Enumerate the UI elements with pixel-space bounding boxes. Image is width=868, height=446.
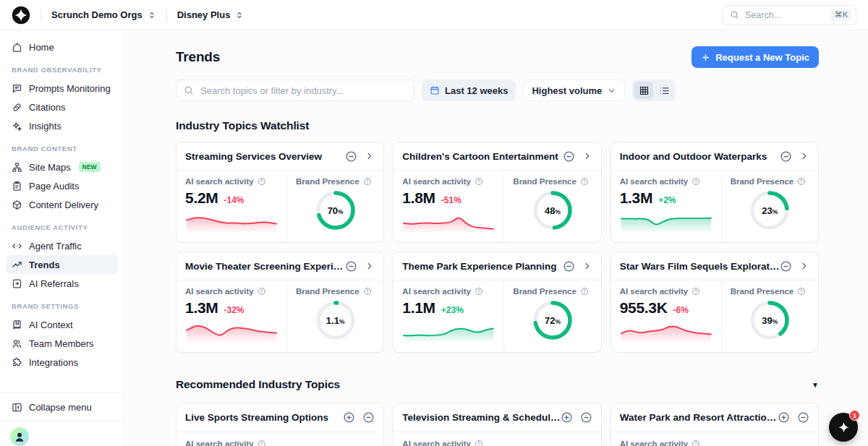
topics-search[interactable] bbox=[176, 80, 414, 101]
user-menu[interactable] bbox=[0, 421, 124, 446]
presence-value: 48 bbox=[545, 205, 555, 216]
sort-label: Highest volume bbox=[532, 85, 602, 96]
activity-label: AI search activity bbox=[620, 287, 689, 296]
open-topic-button[interactable] bbox=[582, 261, 592, 271]
global-search[interactable]: ⌘K bbox=[722, 5, 856, 25]
assistant-widget-button[interactable]: 1 bbox=[829, 413, 858, 442]
open-topic-button[interactable] bbox=[799, 261, 809, 271]
sidebar-item-citations[interactable]: Citations bbox=[6, 98, 118, 116]
sidebar-item-prompts-monitoring[interactable]: Prompts Monitoring bbox=[6, 79, 118, 98]
presence-donut-chart: 48 % bbox=[532, 190, 573, 231]
book-icon bbox=[12, 320, 22, 330]
dismiss-topic-button[interactable] bbox=[580, 411, 592, 424]
activity-value: 955.3K bbox=[620, 299, 668, 317]
open-topic-button[interactable] bbox=[365, 261, 375, 271]
remove-topic-button[interactable] bbox=[780, 260, 792, 273]
open-topic-button[interactable] bbox=[582, 151, 592, 161]
topics-search-input[interactable] bbox=[200, 85, 407, 96]
presence-donut-chart: 23 % bbox=[749, 190, 790, 231]
topic-card: Movie Theater Screening Experiences AI s… bbox=[176, 252, 384, 353]
add-topic-button[interactable] bbox=[778, 411, 790, 424]
sidebar-item-ai-referrals[interactable]: AI Referrals bbox=[6, 274, 118, 293]
dismiss-topic-button[interactable] bbox=[362, 411, 375, 424]
add-topic-button[interactable] bbox=[561, 411, 573, 424]
brand-switcher[interactable]: Disney Plus bbox=[177, 9, 244, 20]
help-icon[interactable] bbox=[580, 177, 589, 186]
activity-delta: -32% bbox=[224, 305, 244, 315]
remove-topic-button[interactable] bbox=[563, 260, 575, 273]
presence-label: Brand Presence bbox=[296, 177, 359, 186]
chevron-up-down-icon bbox=[148, 11, 156, 20]
help-icon[interactable] bbox=[363, 177, 372, 186]
package-icon bbox=[12, 200, 22, 210]
watchlist-section-title: Industry Topics Watchlist bbox=[176, 119, 819, 132]
avatar[interactable] bbox=[10, 427, 29, 446]
chevron-down-icon bbox=[607, 86, 616, 95]
activity-delta: -51% bbox=[441, 195, 461, 205]
help-icon[interactable] bbox=[258, 439, 266, 446]
global-search-input[interactable] bbox=[745, 10, 825, 20]
help-icon[interactable] bbox=[475, 287, 483, 296]
sidebar-item-page-audits[interactable]: Page Audits bbox=[6, 176, 118, 195]
sort-filter[interactable]: Highest volume bbox=[523, 80, 625, 101]
presence-label: Brand Presence bbox=[731, 177, 794, 186]
help-icon[interactable] bbox=[475, 177, 483, 186]
sidebar-item-home[interactable]: Home bbox=[6, 38, 118, 56]
open-topic-button[interactable] bbox=[799, 151, 809, 161]
grid-view-button[interactable] bbox=[634, 82, 653, 99]
presence-label: Brand Presence bbox=[513, 287, 576, 296]
add-topic-button[interactable] bbox=[343, 411, 355, 424]
sidebar-item-label: Integrations bbox=[29, 357, 78, 368]
sidebar-item-team-members[interactable]: Team Members bbox=[6, 334, 118, 353]
collapse-menu-button[interactable]: Collapse menu bbox=[6, 395, 118, 419]
view-toggle bbox=[632, 80, 676, 101]
search-shortcut-badge: ⌘K bbox=[831, 9, 851, 21]
help-icon[interactable] bbox=[797, 287, 806, 296]
plus-icon bbox=[701, 53, 710, 62]
presence-label: Brand Presence bbox=[296, 287, 359, 296]
sidebar-item-content-delivery[interactable]: Content Delivery bbox=[6, 195, 118, 214]
help-icon[interactable] bbox=[692, 439, 700, 446]
sidebar-item-insights[interactable]: Insights bbox=[6, 116, 118, 135]
sidebar-section-content: BRAND CONTENT bbox=[0, 145, 124, 153]
help-icon[interactable] bbox=[258, 177, 266, 186]
home-icon bbox=[12, 42, 22, 53]
remove-topic-button[interactable] bbox=[563, 150, 575, 163]
sidebar-item-integrations[interactable]: Integrations bbox=[6, 353, 118, 372]
file-arrow-icon bbox=[12, 278, 22, 289]
list-view-button[interactable] bbox=[655, 82, 673, 99]
remove-topic-button[interactable] bbox=[780, 150, 792, 163]
request-new-topic-button[interactable]: Request a New Topic bbox=[692, 46, 819, 68]
sidebar-item-site-maps[interactable]: Site Maps NEW bbox=[6, 158, 118, 176]
sidebar-item-label: Prompts Monitoring bbox=[29, 83, 111, 94]
help-icon[interactable] bbox=[692, 177, 700, 186]
org-switcher[interactable]: Scrunch Demo Orgs bbox=[51, 9, 156, 20]
help-icon[interactable] bbox=[258, 287, 266, 296]
sidebar-item-label: Agent Traffic bbox=[29, 241, 82, 252]
topbar: Scrunch Demo Orgs Disney Plus ⌘K bbox=[0, 0, 868, 30]
help-icon[interactable] bbox=[797, 177, 806, 186]
help-icon[interactable] bbox=[692, 287, 700, 296]
arrows-left-right-icon bbox=[12, 241, 22, 252]
open-topic-button[interactable] bbox=[365, 151, 375, 161]
help-icon[interactable] bbox=[580, 287, 589, 296]
sidebar-item-label: Page Audits bbox=[29, 181, 79, 192]
remove-topic-button[interactable] bbox=[345, 150, 357, 163]
presence-value: 1.1 bbox=[326, 315, 339, 326]
chevron-right-icon bbox=[365, 261, 375, 271]
search-icon bbox=[730, 10, 739, 20]
help-icon[interactable] bbox=[475, 439, 483, 446]
calendar-icon bbox=[430, 85, 440, 95]
presence-unit: % bbox=[773, 318, 778, 325]
remove-topic-button[interactable] bbox=[345, 260, 357, 273]
date-range-filter[interactable]: Last 12 weeks bbox=[422, 80, 516, 101]
sidebar-item-ai-context[interactable]: AI Context bbox=[6, 315, 118, 334]
activity-label: AI search activity bbox=[620, 177, 689, 186]
topic-card: Children's Cartoon Entertainment AI sear… bbox=[393, 142, 601, 243]
help-icon[interactable] bbox=[363, 287, 372, 296]
dismiss-topic-button[interactable] bbox=[797, 411, 809, 424]
collapse-section-icon[interactable]: ▼ bbox=[812, 381, 819, 389]
activity-label: AI search activity bbox=[620, 439, 689, 446]
sidebar-item-agent-traffic[interactable]: Agent Traffic bbox=[6, 236, 118, 255]
sidebar-item-trends[interactable]: Trends bbox=[6, 255, 118, 274]
